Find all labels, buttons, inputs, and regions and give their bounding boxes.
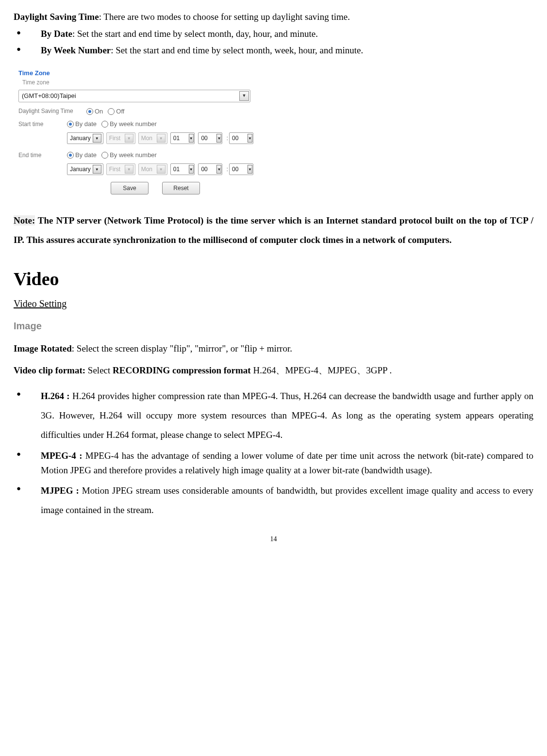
end-byweek-radio[interactable]: By week number xyxy=(101,151,157,160)
dst-text: : There are two modes to choose for sett… xyxy=(99,12,350,22)
end-week-select: First▼ xyxy=(106,163,135,175)
h264-item: H.264 : H.264 provides higher compressio… xyxy=(14,386,533,445)
start-day-select[interactable]: 01▼ xyxy=(170,132,195,144)
mjpeg-text: Motion JPEG stream uses considerable amo… xyxy=(41,485,533,515)
dst-off-radio[interactable]: Off xyxy=(108,107,124,116)
dropdown-icon: ▼ xyxy=(93,165,101,174)
image-rotated-label: Image Rotated xyxy=(14,343,72,354)
start-month-select[interactable]: January▼ xyxy=(67,132,103,144)
end-hour-select[interactable]: 00▼ xyxy=(198,163,222,175)
time-colon: : xyxy=(226,134,228,143)
dropdown-icon: ▼ xyxy=(239,91,249,101)
save-button[interactable]: Save xyxy=(111,182,149,194)
mpeg4-label: MPEG-4 : xyxy=(41,450,82,461)
dropdown-icon: ▼ xyxy=(216,134,221,143)
mjpeg-item: MJPEG : Motion JPEG stream uses consider… xyxy=(14,481,533,520)
start-week-value: First xyxy=(109,134,123,143)
radio-icon xyxy=(108,108,115,115)
dst-label: Daylight Saving Time xyxy=(14,12,99,22)
clip-format-bold: RECORDING compression format xyxy=(113,365,251,375)
by-date-item: By Date: Set the start and end time by s… xyxy=(14,28,533,41)
end-month-value: January xyxy=(70,165,91,174)
start-byweek-label: By week number xyxy=(110,120,157,129)
mpeg4-item: MPEG-4 : MPEG-4 has the advantage of sen… xyxy=(14,449,533,477)
radio-icon xyxy=(101,121,108,128)
dropdown-icon: ▼ xyxy=(157,165,166,174)
start-byweek-radio[interactable]: By week number xyxy=(101,120,157,129)
clip-format-para: Video clip format: Select RECORDING comp… xyxy=(14,364,533,377)
dropdown-icon: ▼ xyxy=(189,165,194,174)
by-date-label: By Date xyxy=(41,29,72,39)
start-weekday-value: Mon xyxy=(141,134,155,143)
by-week-label: By Week Number xyxy=(41,45,111,55)
dropdown-icon: ▼ xyxy=(189,134,194,143)
radio-icon xyxy=(101,152,108,159)
end-bydate-label: By date xyxy=(75,151,97,160)
start-month-value: January xyxy=(70,134,91,143)
end-minute-select[interactable]: 00▼ xyxy=(229,163,253,175)
h264-label: H.264 : xyxy=(41,391,70,401)
end-byweek-label: By week number xyxy=(110,151,157,160)
ntp-note: Note: The NTP server (Network Time Proto… xyxy=(14,211,533,250)
end-bydate-radio[interactable]: By date xyxy=(67,151,97,160)
end-day-select[interactable]: 01▼ xyxy=(170,163,195,175)
dropdown-icon: ▼ xyxy=(216,165,221,174)
clip-format-tail: H.264、MPEG-4、MJPEG、3GPP . xyxy=(251,365,392,375)
radio-icon xyxy=(67,152,74,159)
panel-subtitle: Time zone xyxy=(18,79,256,87)
dropdown-icon: ▼ xyxy=(248,165,252,174)
video-setting-link[interactable]: Video Setting xyxy=(14,297,66,310)
dropdown-icon: ▼ xyxy=(157,134,166,143)
timezone-value: (GMT+08:00)Taipei xyxy=(22,92,76,100)
start-hour-value: 00 xyxy=(201,134,215,143)
by-date-text: : Set the start and end time by select m… xyxy=(72,29,318,39)
clip-format-label: Video clip format: xyxy=(14,365,88,375)
start-weekday-select: Mon▼ xyxy=(138,132,167,144)
end-minute-value: 00 xyxy=(232,165,246,174)
start-hour-select[interactable]: 00▼ xyxy=(198,132,222,144)
end-day-value: 01 xyxy=(173,165,187,174)
start-day-value: 01 xyxy=(173,134,187,143)
by-week-text: : Set the start and end time by select m… xyxy=(111,45,363,55)
page-number: 14 xyxy=(14,534,533,544)
end-weekday-value: Mon xyxy=(141,165,155,174)
end-weekday-select: Mon▼ xyxy=(138,163,167,175)
time-colon: : xyxy=(226,165,228,174)
timezone-select[interactable]: (GMT+08:00)Taipei ▼ xyxy=(18,90,250,102)
dropdown-icon: ▼ xyxy=(93,134,101,143)
end-hour-value: 00 xyxy=(201,165,215,174)
start-bydate-label: By date xyxy=(75,120,97,129)
image-rotated-text: : Select the screen display "flip", "mir… xyxy=(72,343,292,354)
note-text: The NTP server (Network Time Protocol) i… xyxy=(14,215,533,245)
dropdown-icon: ▼ xyxy=(125,165,133,174)
clip-format-mid: Select xyxy=(88,365,113,375)
start-time-label: Start time xyxy=(18,120,67,129)
dst-intro: Daylight Saving Time: There are two mode… xyxy=(14,11,533,24)
h264-text: H.264 provides higher compression rate t… xyxy=(41,391,533,440)
dropdown-icon: ▼ xyxy=(125,134,133,143)
video-heading: Video xyxy=(14,266,533,292)
radio-icon xyxy=(67,121,74,128)
start-bydate-radio[interactable]: By date xyxy=(67,120,97,129)
end-week-value: First xyxy=(109,165,123,174)
panel-title: Time Zone xyxy=(18,69,256,78)
reset-button[interactable]: Reset xyxy=(162,182,200,194)
timezone-panel: Time Zone Time zone (GMT+08:00)Taipei ▼ … xyxy=(14,66,261,200)
dst-row-label: Daylight Saving Time xyxy=(18,107,86,115)
image-subheading: Image xyxy=(14,319,533,333)
dst-off-label: Off xyxy=(116,107,124,116)
radio-icon xyxy=(86,108,93,115)
dropdown-icon: ▼ xyxy=(248,134,252,143)
image-rotated-para: Image Rotated: Select the screen display… xyxy=(14,342,533,355)
dst-on-radio[interactable]: On xyxy=(86,107,103,116)
mpeg4-text: MPEG-4 has the advantage of sending a lo… xyxy=(41,450,533,475)
start-minute-select[interactable]: 00▼ xyxy=(229,132,253,144)
mjpeg-label: MJPEG : xyxy=(41,485,79,496)
end-month-select[interactable]: January▼ xyxy=(67,163,103,175)
by-week-item: By Week Number: Set the start and end ti… xyxy=(14,44,533,57)
start-minute-value: 00 xyxy=(232,134,246,143)
note-label: Note: xyxy=(14,215,35,225)
start-week-select: First▼ xyxy=(106,132,135,144)
end-time-label: End time xyxy=(18,151,67,160)
dst-on-label: On xyxy=(95,107,103,116)
